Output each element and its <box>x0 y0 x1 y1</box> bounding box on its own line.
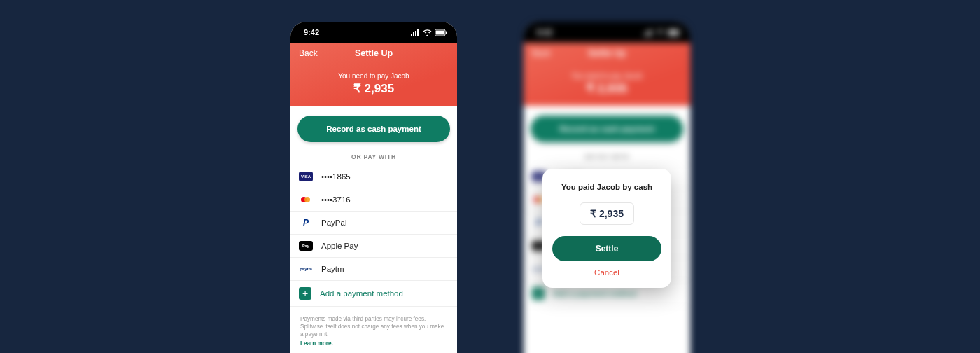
payment-method-paypal[interactable]: P PayPal <box>290 211 457 234</box>
or-pay-with-label: OR PAY WITH <box>290 153 457 160</box>
payment-method-paytm[interactable]: paytm Paytm <box>290 257 457 280</box>
svg-rect-9 <box>648 31 650 36</box>
svg-rect-13 <box>679 31 680 34</box>
payment-method-label: Paytm <box>321 265 344 273</box>
learn-more-link[interactable]: Learn more. <box>300 340 447 347</box>
visa-icon: VISA <box>299 172 313 181</box>
record-cash-button[interactable]: Record as cash payment <box>298 116 450 142</box>
pay-to-label: You need to pay Jacob <box>290 72 457 80</box>
paypal-icon: P <box>299 218 313 228</box>
add-payment-method[interactable]: + Add a payment method <box>290 280 457 307</box>
modal-amount-input[interactable]: ₹ 2,935 <box>580 202 634 225</box>
payment-method-mastercard[interactable]: ••••3716 <box>290 188 457 211</box>
plus-icon: + <box>299 287 312 300</box>
cancel-button[interactable]: Cancel <box>552 268 662 277</box>
back-button[interactable]: Back <box>299 48 318 58</box>
signal-icon <box>411 29 420 36</box>
status-time: 9:42 <box>304 28 319 36</box>
svg-rect-5 <box>436 30 444 34</box>
settle-up-screen: 9:42 Back Settle Up You need to pay Jaco… <box>290 22 457 353</box>
payment-method-label: ••••1865 <box>321 172 351 181</box>
status-bar: 9:42 <box>290 22 457 43</box>
paytm-icon: paytm <box>299 264 313 274</box>
payment-method-applepay[interactable]: Pay Apple Pay <box>290 234 457 257</box>
modal-title: You paid Jacob by cash <box>552 183 662 191</box>
settle-button[interactable]: Settle <box>552 236 662 261</box>
svg-rect-6 <box>446 31 447 34</box>
svg-rect-7 <box>644 34 645 36</box>
battery-icon <box>435 29 447 36</box>
wifi-icon <box>423 29 432 36</box>
pay-amount: ₹ 2,935 <box>290 81 457 96</box>
payment-method-label: ••••3716 <box>321 195 351 204</box>
disclaimer: Payments made via third parties may incu… <box>290 307 457 347</box>
svg-rect-8 <box>646 32 648 36</box>
payment-method-label: PayPal <box>321 219 346 227</box>
applepay-icon: Pay <box>299 241 313 251</box>
header: Back Settle Up You need to pay Jacob ₹ 2… <box>290 43 457 106</box>
add-payment-method-label: Add a payment method <box>320 289 403 298</box>
svg-rect-10 <box>650 29 652 36</box>
payment-method-label: Apple Pay <box>321 242 358 250</box>
status-icons <box>411 29 447 36</box>
disclaimer-text: Payments made via third parties may incu… <box>300 316 444 338</box>
svg-rect-12 <box>669 30 678 34</box>
svg-rect-2 <box>415 31 416 36</box>
svg-rect-3 <box>417 29 419 36</box>
confirm-cash-modal: You paid Jacob by cash ₹ 2,935 Settle Ca… <box>542 169 671 288</box>
content: Record as cash payment OR PAY WITH VISA … <box>290 116 457 347</box>
payment-method-visa[interactable]: VISA ••••1865 <box>290 165 457 188</box>
svg-rect-1 <box>413 32 414 36</box>
svg-rect-0 <box>411 34 412 36</box>
mastercard-icon <box>299 195 313 205</box>
